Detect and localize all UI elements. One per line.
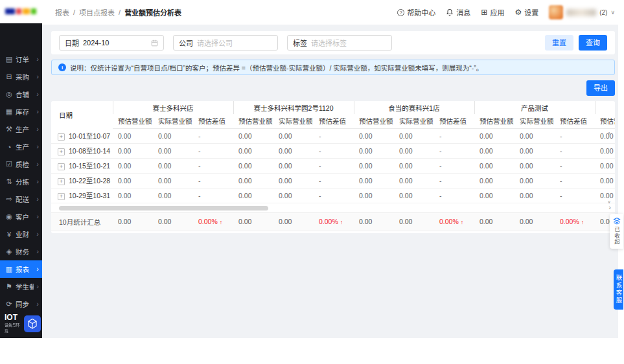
sidebar-item-label: 配送	[16, 194, 34, 204]
value-cell: -	[555, 143, 595, 158]
value-cell: 0.00	[153, 173, 193, 188]
messages-button[interactable]: 消息	[446, 7, 470, 17]
collapse-summary-tab[interactable]: 已收起	[610, 214, 623, 249]
value-cell: 0.00	[474, 188, 514, 203]
chevron-right-icon: ›	[36, 301, 39, 308]
sidebar-item-production-2[interactable]: ◔生产›	[0, 138, 42, 155]
iot-section[interactable]: IOT 设备与环境	[0, 311, 42, 337]
date-cell: +10-22至10-28	[51, 173, 113, 188]
value-cell: 0.00	[233, 143, 273, 158]
username-redacted	[566, 9, 596, 16]
sidebar-item-finance[interactable]: ◈财务›	[0, 243, 42, 260]
breadcrumb-item[interactable]: 项目点报表	[79, 7, 115, 17]
sub-header: 预估营业额	[113, 114, 153, 128]
value-cell: -	[193, 158, 233, 173]
app-window: ▤订单›⊟采购›◎合辅›▦库存›⚒生产›◔生产›☑质检›⇅分拣›⇨配送›◉客户›…	[0, 0, 624, 338]
date-cell: +10-29至10-31	[51, 188, 113, 203]
value-cell: 0.00	[113, 173, 153, 188]
query-button[interactable]: 查询	[579, 35, 607, 51]
date-cell: +10-08至10-14	[51, 143, 113, 158]
value-cell: 0.00	[233, 128, 273, 143]
chevron-right-icon: ›	[36, 126, 39, 133]
sidebar-item-label: 库存	[16, 107, 34, 117]
settings-button[interactable]: ⚙ 设置	[514, 7, 538, 17]
date-cell: +10-15至10-21	[51, 158, 113, 173]
sidebar-item-label: 生产	[16, 142, 34, 152]
expand-icon[interactable]: +	[58, 163, 65, 170]
value-cell: -	[314, 143, 354, 158]
sidebar-item-quality[interactable]: ☑质检›	[0, 155, 42, 173]
expand-icon[interactable]: +	[58, 178, 65, 185]
value-cell: 0.00	[514, 173, 555, 188]
expand-icon[interactable]: +	[58, 133, 65, 141]
up-arrow-icon: ↑	[220, 219, 223, 225]
sidebar-item-procurement[interactable]: ⊟采购›	[0, 68, 42, 85]
sidebar-item-orders[interactable]: ▤订单›	[0, 51, 42, 68]
sidebar-item-student-meals[interactable]: ⚑学生餐›	[0, 278, 42, 295]
reset-button[interactable]: 重置	[545, 35, 573, 51]
logo-image-redacted	[5, 8, 36, 14]
chevron-right-icon: ›	[36, 56, 39, 63]
value-cell: 0.00	[273, 128, 314, 143]
value-cell: -	[434, 173, 474, 188]
sidebar-item-customers[interactable]: ◉客户›	[0, 208, 42, 225]
expand-icon[interactable]: +	[58, 148, 65, 155]
scroll-down-icon[interactable]: ∨	[607, 199, 610, 205]
expand-icon[interactable]: +	[58, 193, 65, 200]
sidebar-item-sorting[interactable]: ⇅分拣›	[0, 173, 42, 190]
scrollbar-thumb[interactable]	[59, 206, 268, 210]
finance-icon: ◈	[5, 247, 13, 256]
chevron-right-icon: ›	[36, 108, 39, 115]
value-cell: 0.00	[153, 143, 193, 158]
sidebar-item-label: 财务	[16, 247, 34, 256]
value-cell: 0.00	[233, 158, 273, 173]
scroll-up-icon[interactable]: ∧	[607, 131, 610, 136]
sidebar-item-delivery[interactable]: ⇨配送›	[0, 190, 42, 208]
export-button[interactable]: 导出	[586, 80, 615, 96]
value-cell: 0.00	[354, 128, 394, 143]
value-cell: 0.00	[153, 212, 193, 231]
value-cell: -	[314, 173, 354, 188]
value-cell: -	[193, 173, 233, 188]
sidebar-item-biz-finance[interactable]: ¥业财›	[0, 225, 42, 243]
value-cell: 0.00	[474, 212, 514, 231]
sidebar-item-inventory[interactable]: ▦库存›	[0, 103, 42, 120]
chevron-right-icon: ›	[36, 231, 39, 238]
sidebar-item-label: 分拣	[16, 177, 34, 187]
table-row: +10-08至10-140.000.00-0.000.00-0.000.00-0…	[51, 143, 615, 158]
app-logo	[0, 0, 42, 23]
header-actions: ? 帮助中心 消息 ⊞ 应用 ⚙ 设置 (2)	[397, 5, 615, 19]
breadcrumb-item[interactable]: 报表	[55, 7, 69, 17]
value-cell: 0.00	[514, 212, 555, 231]
main-content: 日期 2024-10 公司 请选择公司 标签 请选择标签 重置 查询	[42, 25, 624, 338]
user-menu[interactable]: (2) ∨	[549, 5, 615, 19]
value-cell: -	[555, 128, 595, 143]
sidebar-item-sync[interactable]: ⟳同步›	[0, 295, 42, 313]
vertical-scrollbar[interactable]: ∧ ∨	[605, 131, 613, 205]
up-arrow-icon: ↑	[461, 219, 464, 225]
value-cell: 0.00	[113, 212, 153, 231]
tag-select[interactable]: 标签 请选择标签	[287, 35, 392, 51]
chevron-right-icon: ›	[36, 196, 39, 203]
date-picker[interactable]: 日期 2024-10	[59, 35, 164, 51]
diff-cell: 0.00% ↑	[193, 212, 233, 231]
help-center-button[interactable]: ? 帮助中心	[397, 7, 435, 17]
group-header: 产品测试	[474, 101, 595, 114]
value-cell: 0.00	[394, 158, 434, 173]
sub-header: 预估差值	[434, 114, 474, 128]
value-cell: -	[193, 188, 233, 203]
sidebar-item-cooperation[interactable]: ◎合辅›	[0, 85, 42, 103]
app-grid-icon: ⊞	[481, 8, 487, 16]
horizontal-scrollbar[interactable]: ›	[58, 205, 608, 212]
sidebar-item-production[interactable]: ⚒生产›	[0, 120, 42, 138]
sub-header: 预估营业额	[474, 114, 514, 128]
sorting-icon: ⇅	[5, 177, 13, 186]
value-cell: -	[434, 128, 474, 143]
group-header: 食当的赛科兴1店	[354, 101, 474, 114]
apps-button[interactable]: ⊞ 应用	[481, 7, 504, 17]
summary-row: 10月统计汇总0.000.000.00% ↑0.000.000.00% ↑0.0…	[51, 212, 615, 231]
company-select[interactable]: 公司 请选择公司	[173, 35, 278, 51]
sidebar-item-reports[interactable]: ▥报表›	[0, 260, 42, 278]
customer-service-tab[interactable]: 联系客服	[614, 269, 623, 310]
chevron-right-icon: ›	[36, 143, 39, 150]
